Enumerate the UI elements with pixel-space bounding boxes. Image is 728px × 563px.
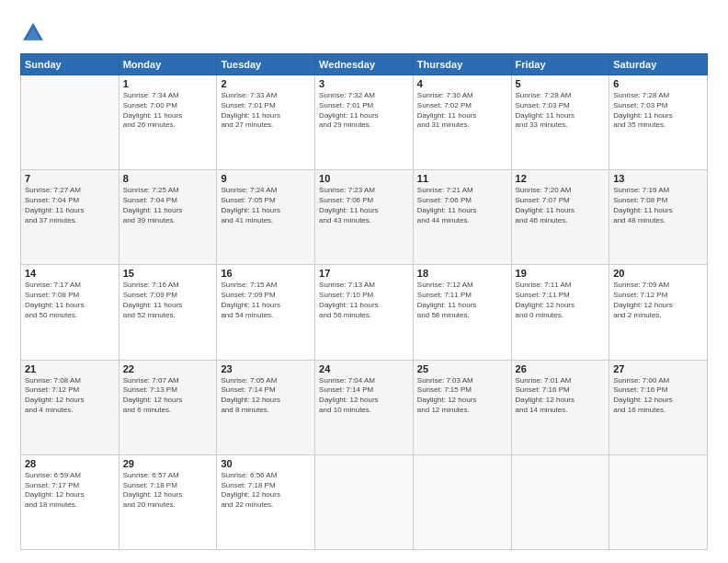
day-number: 17 xyxy=(319,268,409,279)
day-number: 16 xyxy=(221,268,311,279)
calendar-cell xyxy=(315,454,414,549)
calendar-week-row: 7Sunrise: 7:27 AM Sunset: 7:04 PM Daylig… xyxy=(21,170,708,265)
calendar-cell xyxy=(21,75,119,170)
calendar-cell: 20Sunrise: 7:09 AM Sunset: 7:12 PM Dayli… xyxy=(609,265,708,360)
day-number: 22 xyxy=(123,363,213,374)
day-number: 27 xyxy=(613,363,703,374)
day-info: Sunrise: 7:07 AM Sunset: 7:13 PM Dayligh… xyxy=(123,376,213,416)
calendar-week-row: 14Sunrise: 7:17 AM Sunset: 7:08 PM Dayli… xyxy=(21,265,708,360)
day-info: Sunrise: 7:34 AM Sunset: 7:00 PM Dayligh… xyxy=(123,91,213,131)
calendar-cell: 7Sunrise: 7:27 AM Sunset: 7:04 PM Daylig… xyxy=(21,170,119,265)
day-info: Sunrise: 7:11 AM Sunset: 7:11 PM Dayligh… xyxy=(516,281,606,320)
page: SundayMondayTuesdayWednesdayThursdayFrid… xyxy=(0,0,728,563)
calendar-cell: 23Sunrise: 7:05 AM Sunset: 7:14 PM Dayli… xyxy=(217,360,315,454)
day-number: 8 xyxy=(123,173,213,184)
day-number: 21 xyxy=(25,363,115,374)
calendar-header-row: SundayMondayTuesdayWednesdayThursdayFrid… xyxy=(21,54,708,75)
day-number: 24 xyxy=(319,363,409,374)
calendar-cell: 29Sunrise: 6:57 AM Sunset: 7:18 PM Dayli… xyxy=(119,454,217,549)
day-number: 20 xyxy=(613,268,703,279)
calendar-cell: 10Sunrise: 7:23 AM Sunset: 7:06 PM Dayli… xyxy=(315,170,414,265)
day-info: Sunrise: 7:19 AM Sunset: 7:08 PM Dayligh… xyxy=(613,186,703,225)
day-info: Sunrise: 7:33 AM Sunset: 7:01 PM Dayligh… xyxy=(221,91,311,131)
calendar-cell: 21Sunrise: 7:08 AM Sunset: 7:12 PM Dayli… xyxy=(21,360,119,454)
day-number: 3 xyxy=(319,78,409,89)
day-info: Sunrise: 7:29 AM Sunset: 7:03 PM Dayligh… xyxy=(516,91,606,131)
calendar-cell: 12Sunrise: 7:20 AM Sunset: 7:07 PM Dayli… xyxy=(511,170,609,265)
calendar-cell: 4Sunrise: 7:30 AM Sunset: 7:02 PM Daylig… xyxy=(413,75,511,170)
calendar-cell: 13Sunrise: 7:19 AM Sunset: 7:08 PM Dayli… xyxy=(609,170,708,265)
day-info: Sunrise: 6:57 AM Sunset: 7:18 PM Dayligh… xyxy=(123,471,213,511)
calendar-cell xyxy=(609,454,708,549)
day-number: 15 xyxy=(123,268,213,279)
logo xyxy=(20,20,50,46)
day-info: Sunrise: 7:21 AM Sunset: 7:06 PM Dayligh… xyxy=(417,186,507,225)
day-number: 12 xyxy=(516,173,606,184)
calendar-cell: 5Sunrise: 7:29 AM Sunset: 7:03 PM Daylig… xyxy=(511,75,609,170)
day-info: Sunrise: 7:25 AM Sunset: 7:04 PM Dayligh… xyxy=(123,186,213,225)
calendar-cell: 1Sunrise: 7:34 AM Sunset: 7:00 PM Daylig… xyxy=(119,75,217,170)
day-info: Sunrise: 7:13 AM Sunset: 7:10 PM Dayligh… xyxy=(319,281,409,320)
calendar-cell: 19Sunrise: 7:11 AM Sunset: 7:11 PM Dayli… xyxy=(511,265,609,360)
calendar-cell: 18Sunrise: 7:12 AM Sunset: 7:11 PM Dayli… xyxy=(413,265,511,360)
day-info: Sunrise: 7:09 AM Sunset: 7:12 PM Dayligh… xyxy=(613,281,703,320)
calendar-cell: 9Sunrise: 7:24 AM Sunset: 7:05 PM Daylig… xyxy=(217,170,315,265)
day-number: 18 xyxy=(417,268,507,279)
day-number: 4 xyxy=(417,78,507,89)
day-info: Sunrise: 6:59 AM Sunset: 7:17 PM Dayligh… xyxy=(25,471,115,511)
calendar-cell xyxy=(511,454,609,549)
day-info: Sunrise: 7:00 AM Sunset: 7:16 PM Dayligh… xyxy=(613,376,703,416)
day-number: 28 xyxy=(25,458,115,469)
day-number: 10 xyxy=(319,173,409,184)
calendar-cell: 15Sunrise: 7:16 AM Sunset: 7:09 PM Dayli… xyxy=(119,265,217,360)
day-number: 5 xyxy=(516,78,606,89)
top-section xyxy=(20,17,708,46)
day-info: Sunrise: 7:24 AM Sunset: 7:05 PM Dayligh… xyxy=(221,186,311,225)
day-info: Sunrise: 7:05 AM Sunset: 7:14 PM Dayligh… xyxy=(221,376,311,416)
logo-icon xyxy=(20,20,46,46)
calendar-cell: 28Sunrise: 6:59 AM Sunset: 7:17 PM Dayli… xyxy=(21,454,119,549)
calendar-cell: 26Sunrise: 7:01 AM Sunset: 7:16 PM Dayli… xyxy=(511,360,609,454)
day-number: 29 xyxy=(123,458,213,469)
day-info: Sunrise: 7:23 AM Sunset: 7:06 PM Dayligh… xyxy=(319,186,409,225)
calendar-cell: 11Sunrise: 7:21 AM Sunset: 7:06 PM Dayli… xyxy=(413,170,511,265)
calendar-cell: 8Sunrise: 7:25 AM Sunset: 7:04 PM Daylig… xyxy=(119,170,217,265)
day-info: Sunrise: 7:17 AM Sunset: 7:08 PM Dayligh… xyxy=(25,281,115,320)
day-info: Sunrise: 7:12 AM Sunset: 7:11 PM Dayligh… xyxy=(417,281,507,320)
calendar-week-row: 28Sunrise: 6:59 AM Sunset: 7:17 PM Dayli… xyxy=(21,454,708,549)
day-number: 2 xyxy=(221,78,311,89)
calendar-header-friday: Friday xyxy=(511,54,609,75)
calendar-cell: 17Sunrise: 7:13 AM Sunset: 7:10 PM Dayli… xyxy=(315,265,414,360)
day-number: 1 xyxy=(123,78,213,89)
day-info: Sunrise: 7:30 AM Sunset: 7:02 PM Dayligh… xyxy=(417,91,507,131)
day-number: 13 xyxy=(613,173,703,184)
calendar-cell: 30Sunrise: 6:56 AM Sunset: 7:18 PM Dayli… xyxy=(217,454,315,549)
calendar-cell: 25Sunrise: 7:03 AM Sunset: 7:15 PM Dayli… xyxy=(413,360,511,454)
calendar-week-row: 21Sunrise: 7:08 AM Sunset: 7:12 PM Dayli… xyxy=(21,360,708,454)
day-number: 11 xyxy=(417,173,507,184)
day-info: Sunrise: 7:28 AM Sunset: 7:03 PM Dayligh… xyxy=(613,91,703,131)
calendar-header-wednesday: Wednesday xyxy=(315,54,414,75)
calendar-week-row: 1Sunrise: 7:34 AM Sunset: 7:00 PM Daylig… xyxy=(21,75,708,170)
day-info: Sunrise: 7:03 AM Sunset: 7:15 PM Dayligh… xyxy=(417,376,507,416)
day-number: 26 xyxy=(516,363,606,374)
day-info: Sunrise: 7:04 AM Sunset: 7:14 PM Dayligh… xyxy=(319,376,409,416)
calendar-cell xyxy=(413,454,511,549)
calendar-cell: 24Sunrise: 7:04 AM Sunset: 7:14 PM Dayli… xyxy=(315,360,414,454)
day-number: 23 xyxy=(221,363,311,374)
calendar-header-monday: Monday xyxy=(119,54,217,75)
day-info: Sunrise: 7:27 AM Sunset: 7:04 PM Dayligh… xyxy=(25,186,115,225)
calendar-cell: 6Sunrise: 7:28 AM Sunset: 7:03 PM Daylig… xyxy=(609,75,708,170)
day-info: Sunrise: 7:32 AM Sunset: 7:01 PM Dayligh… xyxy=(319,91,409,131)
calendar-header-sunday: Sunday xyxy=(21,54,119,75)
calendar-table: SundayMondayTuesdayWednesdayThursdayFrid… xyxy=(20,53,708,550)
day-number: 19 xyxy=(516,268,606,279)
day-number: 25 xyxy=(417,363,507,374)
day-info: Sunrise: 7:15 AM Sunset: 7:09 PM Dayligh… xyxy=(221,281,311,320)
day-number: 6 xyxy=(613,78,703,89)
calendar-header-saturday: Saturday xyxy=(609,54,708,75)
day-info: Sunrise: 7:08 AM Sunset: 7:12 PM Dayligh… xyxy=(25,376,115,416)
day-number: 30 xyxy=(221,458,311,469)
calendar-header-thursday: Thursday xyxy=(413,54,511,75)
day-number: 14 xyxy=(25,268,115,279)
